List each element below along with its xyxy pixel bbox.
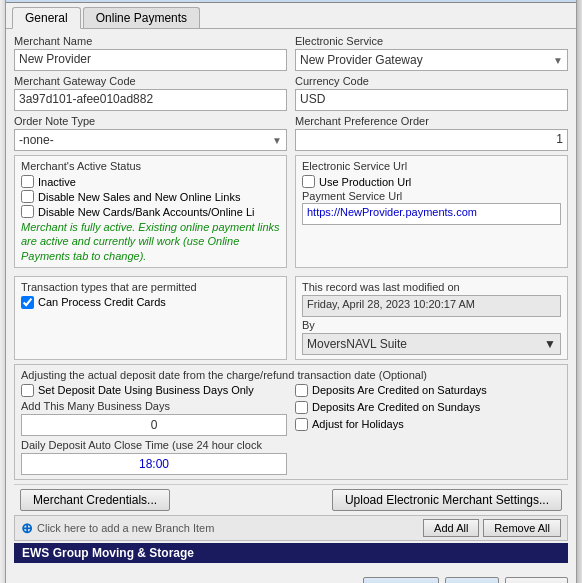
deposits-sunday-row: Deposits Are Credited on Sundays	[295, 401, 561, 414]
branch-placeholder-text[interactable]: Click here to add a new Branch Item	[37, 522, 419, 534]
branch-bar: ⊕ Click here to add a new Branch Item Ad…	[14, 515, 568, 541]
group-merchant-name: Merchant Name New Provider	[14, 35, 287, 71]
group-currency-code: Currency Code USD	[295, 75, 568, 111]
electronic-service-label: Electronic Service	[295, 35, 568, 47]
disable-cards-label: Disable New Cards/Bank Accounts/Online L…	[38, 206, 254, 218]
deposit-section: Adjusting the actual deposit date from t…	[14, 364, 568, 480]
use-production-checkbox[interactable]	[302, 175, 315, 188]
cancel-button[interactable]: Cancel	[505, 577, 568, 583]
group-gateway-code: Merchant Gateway Code 3a97d101-afee010ad…	[14, 75, 287, 111]
deposits-saturday-checkbox[interactable]	[295, 384, 308, 397]
set-deposit-checkbox[interactable]	[21, 384, 34, 397]
active-status-message: Merchant is fully active. Existing onlin…	[21, 220, 280, 263]
daily-deposit-input[interactable]	[21, 453, 287, 475]
set-deposit-row: Set Deposit Date Using Business Days Onl…	[21, 384, 287, 397]
main-content: Merchant Name New Provider Electronic Se…	[6, 29, 576, 573]
preference-order-input[interactable]: 1	[295, 129, 568, 151]
merchant-credentials-button[interactable]: Merchant Credentials...	[20, 489, 170, 511]
tab-bar: General Online Payments	[6, 3, 576, 29]
row-order-note: Order Note Type -none- ▼ Merchant Prefer…	[14, 115, 568, 151]
payment-service-url-label: Payment Service Url	[302, 190, 561, 202]
merchant-name-input[interactable]: New Provider	[14, 49, 287, 71]
can-process-cc-row: Can Process Credit Cards	[21, 296, 280, 309]
add-all-button[interactable]: Add All	[423, 519, 479, 537]
daily-deposit-label: Daily Deposit Auto Close Time (use 24 ho…	[21, 439, 287, 451]
deposits-saturday-label: Deposits Are Credited on Saturdays	[312, 384, 487, 396]
set-deposit-label: Set Deposit Date Using Business Days Onl…	[38, 384, 254, 396]
row-trans-modified: Transaction types that are permitted Can…	[14, 276, 568, 360]
disable-sales-row: Disable New Sales and New Online Links	[21, 190, 280, 203]
main-window: New Provider General Online Payments Mer…	[5, 0, 577, 583]
deposits-sunday-checkbox[interactable]	[295, 401, 308, 414]
gateway-code-input[interactable]: 3a97d101-afee010ad882	[14, 89, 287, 111]
credentials-bar: Merchant Credentials... Upload Electroni…	[14, 484, 568, 515]
duplicate-button[interactable]: Duplicate	[363, 577, 439, 583]
use-production-row: Use Production Url	[302, 175, 561, 188]
bottom-buttons: Duplicate Save Cancel	[6, 573, 576, 583]
use-production-label: Use Production Url	[319, 176, 411, 188]
save-button[interactable]: Save	[445, 577, 498, 583]
upload-settings-button[interactable]: Upload Electronic Merchant Settings...	[332, 489, 562, 511]
add-business-days-label: Add This Many Business Days	[21, 400, 287, 412]
order-note-select[interactable]: -none- ▼	[14, 129, 287, 151]
chevron-down-icon: ▼	[272, 135, 282, 146]
deposit-right-col: Deposits Are Credited on Saturdays Depos…	[295, 384, 561, 475]
currency-code-label: Currency Code	[295, 75, 568, 87]
row-merchant-name: Merchant Name New Provider Electronic Se…	[14, 35, 568, 71]
adjust-holidays-checkbox[interactable]	[295, 418, 308, 431]
add-business-days-input[interactable]	[21, 414, 287, 436]
gateway-code-label: Merchant Gateway Code	[14, 75, 287, 87]
trans-types-title: Transaction types that are permitted	[21, 281, 280, 293]
remove-all-button[interactable]: Remove All	[483, 519, 561, 537]
adjust-holidays-label: Adjust for Holidays	[312, 418, 404, 430]
can-process-cc-label: Can Process Credit Cards	[38, 296, 166, 308]
row-gateway-code: Merchant Gateway Code 3a97d101-afee010ad…	[14, 75, 568, 111]
chevron-down-icon: ▼	[544, 337, 556, 351]
deposit-left-col: Set Deposit Date Using Business Days Onl…	[21, 384, 287, 475]
disable-cards-row: Disable New Cards/Bank Accounts/Online L…	[21, 205, 280, 218]
deposit-row: Set Deposit Date Using Business Days Onl…	[21, 384, 561, 475]
modified-by-select: MoversNAVL Suite ▼	[302, 333, 561, 355]
deposit-title: Adjusting the actual deposit date from t…	[21, 369, 561, 381]
deposits-saturday-row: Deposits Are Credited on Saturdays	[295, 384, 561, 397]
adjust-holidays-row: Adjust for Holidays	[295, 418, 561, 431]
chevron-down-icon: ▼	[553, 55, 563, 66]
ews-group-text: EWS Group Moving & Storage	[22, 546, 194, 560]
active-status-title: Merchant's Active Status	[21, 160, 280, 172]
deposits-sunday-label: Deposits Are Credited on Sundays	[312, 401, 480, 413]
inactive-label: Inactive	[38, 176, 76, 188]
can-process-cc-checkbox[interactable]	[21, 296, 34, 309]
active-status-section: Merchant's Active Status Inactive Disabl…	[14, 155, 287, 268]
preference-order-label: Merchant Preference Order	[295, 115, 568, 127]
last-modified-section: This record was last modified on Friday,…	[295, 276, 568, 360]
disable-cards-checkbox[interactable]	[21, 205, 34, 218]
electronic-service-select[interactable]: New Provider Gateway ▼	[295, 49, 568, 71]
payment-service-url-input[interactable]: https://NewProvider.payments.com	[302, 203, 561, 225]
currency-code-input[interactable]: USD	[295, 89, 568, 111]
electronic-url-title: Electronic Service Url	[302, 160, 561, 172]
last-modified-date: Friday, April 28, 2023 10:20:17 AM	[302, 295, 561, 317]
disable-sales-checkbox[interactable]	[21, 190, 34, 203]
group-electronic-service: Electronic Service New Provider Gateway …	[295, 35, 568, 71]
electronic-url-section: Electronic Service Url Use Production Ur…	[295, 155, 568, 268]
last-modified-title: This record was last modified on	[302, 281, 561, 293]
transaction-types-section: Transaction types that are permitted Can…	[14, 276, 287, 360]
ews-group-bar: EWS Group Moving & Storage	[14, 543, 568, 563]
order-note-label: Order Note Type	[14, 115, 287, 127]
tab-online-payments[interactable]: Online Payments	[83, 7, 200, 28]
row-status-url: Merchant's Active Status Inactive Disabl…	[14, 155, 568, 272]
inactive-row: Inactive	[21, 175, 280, 188]
group-order-note: Order Note Type -none- ▼	[14, 115, 287, 151]
group-preference-order: Merchant Preference Order 1	[295, 115, 568, 151]
plus-icon: ⊕	[21, 520, 33, 536]
disable-sales-label: Disable New Sales and New Online Links	[38, 191, 240, 203]
inactive-checkbox[interactable]	[21, 175, 34, 188]
by-label: By	[302, 319, 561, 331]
tab-general[interactable]: General	[12, 7, 81, 29]
merchant-name-label: Merchant Name	[14, 35, 287, 47]
